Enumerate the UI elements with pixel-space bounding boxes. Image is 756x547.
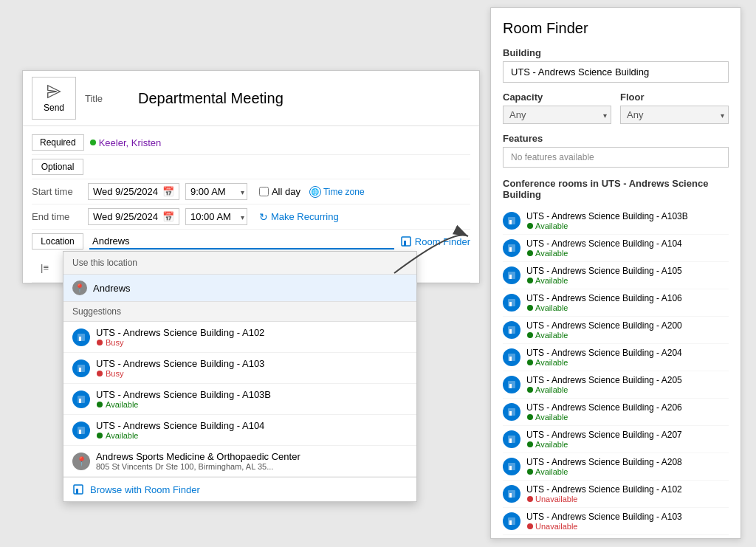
floor-label: Floor bbox=[620, 92, 729, 103]
capacity-select[interactable]: Any bbox=[503, 106, 611, 124]
timezone-globe-icon: 🌐 bbox=[309, 186, 321, 198]
room-text: UTS - Andrews Science Building - A207Ava… bbox=[526, 430, 682, 449]
list-item[interactable]: UTS - Andrews Science Building - A102 Bu… bbox=[63, 322, 416, 353]
title-input[interactable] bbox=[138, 90, 470, 107]
room-finder-panel: Room Finder Building UTS - Andrews Scien… bbox=[490, 7, 741, 539]
body-cursor: |≡ bbox=[41, 262, 49, 273]
browse-room-finder-button[interactable]: Browse with Room Finder bbox=[63, 477, 416, 501]
location-button[interactable]: Location bbox=[32, 233, 83, 250]
required-button[interactable]: Required bbox=[32, 134, 84, 151]
current-location-item[interactable]: 📍 Andrews bbox=[63, 275, 416, 302]
optional-row: Optional bbox=[32, 155, 470, 179]
svg-point-31 bbox=[527, 332, 533, 338]
svg-rect-15 bbox=[76, 489, 78, 494]
start-time-select[interactable]: 9:00 AM 9:30 AM 10:00 AM bbox=[185, 183, 247, 200]
list-item[interactable]: UTS - Andrews Science Building - A102Una… bbox=[503, 481, 729, 508]
svg-point-19 bbox=[527, 223, 533, 229]
svg-point-52 bbox=[527, 523, 533, 529]
capacity-label: Capacity bbox=[503, 92, 611, 103]
room-text: UTS - Andrews Science Building - A206Ava… bbox=[526, 402, 682, 422]
end-date-picker[interactable]: Wed 9/25/2024 📅 bbox=[88, 208, 179, 225]
room-text: UTS - Andrews Science Building - A204Ava… bbox=[526, 348, 682, 367]
svg-rect-6 bbox=[79, 368, 81, 372]
room-text: UTS - Andrews Science Building - A106Ava… bbox=[526, 293, 682, 312]
svg-point-28 bbox=[527, 305, 533, 311]
suggestions-label: Suggestions bbox=[63, 302, 416, 322]
end-time-select[interactable]: 10:00 AM 10:30 AM 11:00 AM bbox=[185, 208, 247, 225]
list-item[interactable]: UTS - Andrews Science Building - A207Ava… bbox=[503, 426, 729, 453]
list-item[interactable]: UTS - Andrews Science Building - A105Ava… bbox=[503, 262, 729, 289]
send-label: Send bbox=[44, 103, 64, 113]
timezone-link[interactable]: 🌐 Time zone bbox=[309, 186, 365, 198]
room-icon bbox=[503, 239, 520, 257]
room-icon bbox=[72, 328, 90, 346]
room-icon bbox=[503, 348, 520, 366]
svg-rect-9 bbox=[79, 399, 81, 403]
make-recurring-link[interactable]: ↻ Make Recurring bbox=[259, 211, 339, 223]
allday-checkbox[interactable] bbox=[259, 187, 269, 196]
list-item[interactable]: UTS - Andrews Science Building - A103B A… bbox=[63, 384, 416, 415]
features-label: Features bbox=[503, 133, 729, 144]
list-item[interactable]: UTS - Andrews Science Building - A104Ava… bbox=[503, 235, 729, 262]
list-item[interactable]: UTS - Andrews Science Building - A204Ava… bbox=[503, 344, 729, 371]
list-item[interactable]: UTS - Andrews Science Building - A203Una… bbox=[503, 535, 729, 539]
room-icon bbox=[503, 212, 520, 230]
room-icon bbox=[503, 403, 520, 421]
optional-button[interactable]: Optional bbox=[32, 159, 83, 175]
svg-point-49 bbox=[527, 496, 533, 502]
list-item[interactable]: UTS - Andrews Science Building - A205Ava… bbox=[503, 371, 729, 399]
title-field-label: Title bbox=[85, 93, 129, 104]
end-calendar-icon: 📅 bbox=[162, 211, 174, 222]
capacity-col: Capacity Any bbox=[503, 92, 611, 124]
list-item[interactable]: UTS - Andrews Science Building - A208Ava… bbox=[503, 453, 729, 481]
floor-col: Floor Any bbox=[620, 92, 729, 124]
start-date-picker[interactable]: Wed 9/25/2024 📅 bbox=[88, 183, 179, 200]
suggestion-text: UTS - Andrews Science Building - A103B A… bbox=[96, 389, 408, 409]
svg-point-25 bbox=[527, 278, 533, 283]
svg-point-34 bbox=[527, 359, 533, 365]
allday-checkbox-label: All day bbox=[259, 186, 300, 197]
svg-rect-21 bbox=[509, 247, 512, 252]
floor-select[interactable]: Any bbox=[620, 106, 729, 124]
room-icon bbox=[503, 512, 520, 530]
svg-rect-39 bbox=[509, 411, 512, 416]
capacity-select-wrap: Any bbox=[503, 106, 611, 124]
suggestion-text: UTS - Andrews Science Building - A104 Av… bbox=[96, 420, 408, 440]
end-time-select-wrap: 10:00 AM 10:30 AM 11:00 AM bbox=[185, 208, 247, 225]
room-icon bbox=[503, 266, 520, 284]
attendee-link[interactable]: Keeler, Kristen bbox=[90, 137, 162, 148]
building-label: Building bbox=[503, 47, 729, 58]
list-item[interactable]: UTS - Andrews Science Building - A103BAv… bbox=[503, 207, 729, 235]
svg-point-40 bbox=[527, 414, 533, 420]
suggestion-dropdown: Use this location 📍 Andrews Suggestions … bbox=[63, 251, 417, 502]
list-item[interactable]: UTS - Andrews Science Building - A200Ava… bbox=[503, 317, 729, 344]
room-text: UTS - Andrews Science Building - A102Una… bbox=[526, 484, 682, 503]
compose-header: Send Title bbox=[23, 71, 479, 126]
suggestion-text: Andrews Sports Medicine & Orthopaedic Ce… bbox=[96, 451, 408, 471]
location-input[interactable] bbox=[89, 234, 394, 250]
svg-point-46 bbox=[527, 469, 533, 475]
svg-point-43 bbox=[527, 441, 533, 447]
room-text: UTS - Andrews Science Building - A104Ava… bbox=[526, 238, 682, 258]
list-item[interactable]: UTS - Andrews Science Building - A103 Bu… bbox=[63, 353, 416, 384]
list-item[interactable]: UTS - Andrews Science Building - A104 Av… bbox=[63, 415, 416, 446]
list-item[interactable]: 📍 Andrews Sports Medicine & Orthopaedic … bbox=[63, 446, 416, 477]
room-text: UTS - Andrews Science Building - A105Ava… bbox=[526, 266, 682, 285]
floor-select-wrap: Any bbox=[620, 106, 729, 124]
room-icon bbox=[503, 294, 520, 312]
svg-rect-27 bbox=[509, 302, 512, 306]
list-item[interactable]: UTS - Andrews Science Building - A106Ava… bbox=[503, 289, 729, 317]
svg-point-10 bbox=[97, 402, 103, 407]
conf-rooms-title: Conference rooms in UTS - Andrews Scienc… bbox=[503, 178, 729, 200]
svg-rect-42 bbox=[509, 438, 512, 443]
send-button[interactable]: Send bbox=[32, 77, 76, 120]
capacity-floor-row: Capacity Any Floor Any bbox=[503, 92, 729, 124]
svg-rect-12 bbox=[79, 430, 81, 434]
svg-point-37 bbox=[527, 387, 533, 393]
building-value: UTS - Andrews Science Building bbox=[503, 61, 729, 83]
list-item[interactable]: UTS - Andrews Science Building - A206Ava… bbox=[503, 399, 729, 426]
title-section: Title bbox=[85, 77, 470, 120]
room-icon bbox=[72, 359, 90, 377]
list-item[interactable]: UTS - Andrews Science Building - A103Una… bbox=[503, 508, 729, 535]
svg-rect-45 bbox=[509, 466, 512, 470]
